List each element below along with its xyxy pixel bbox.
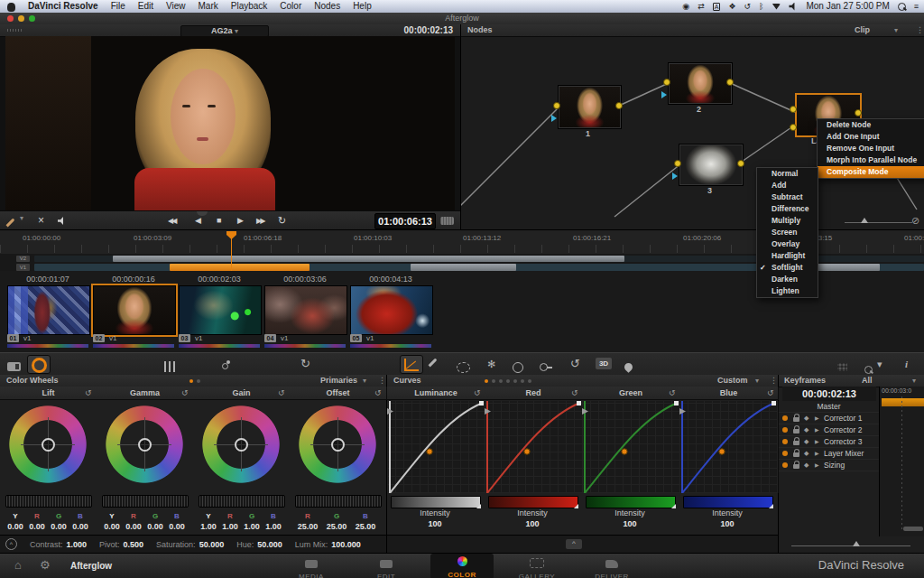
page-color-active[interactable]: COLOR <box>430 554 494 578</box>
channel-value[interactable]: 25.00 <box>294 522 321 531</box>
expand-arrow-icon[interactable]: ▶ <box>815 436 819 447</box>
nodes-zoom-slider[interactable] <box>845 222 912 223</box>
submenu-softlight-checked[interactable]: ✓ Softlight <box>757 262 818 274</box>
search-icon[interactable] <box>864 366 873 374</box>
nodes-mode-caret-icon[interactable]: ▾ <box>894 24 898 36</box>
clip-thumbnail-5[interactable] <box>350 285 433 335</box>
status-value[interactable]: 0.500 <box>124 540 144 549</box>
submenu-multiply[interactable]: Multiply <box>757 215 818 227</box>
intensity-value[interactable]: 100 <box>387 519 483 528</box>
home-icon[interactable]: ⌂ <box>14 558 22 572</box>
node-input-dot[interactable] <box>553 102 560 109</box>
menu-edit[interactable]: Edit <box>138 0 153 13</box>
enable-dot-icon[interactable] <box>782 439 788 444</box>
curves-mode-select[interactable]: Custom <box>717 375 748 387</box>
lift-master-wheel[interactable] <box>5 495 92 508</box>
gain-master-wheel[interactable] <box>199 495 285 508</box>
eye-status-icon[interactable]: ◉ <box>682 0 689 13</box>
menubar-clock[interactable]: Mon Jan 27 5:00 PM <box>806 0 889 13</box>
keyboard-icon[interactable] <box>440 217 454 225</box>
red-reset-icon[interactable]: ↺ <box>571 387 578 399</box>
wheels-mode-caret-icon[interactable]: ▾ <box>363 375 366 387</box>
lock-icon[interactable] <box>793 464 799 469</box>
enable-dot-icon[interactable] <box>782 462 788 468</box>
spotlight-search-icon[interactable] <box>898 3 906 11</box>
expand-arrow-icon[interactable]: ▶ <box>815 460 819 471</box>
settings-gear-icon[interactable]: ⚙ <box>40 558 51 572</box>
expand-arrow-icon[interactable]: ▶ <box>815 413 819 424</box>
lift-reset-icon[interactable]: ↺ <box>85 387 92 399</box>
wifi-icon[interactable] <box>772 4 781 10</box>
offset-reset-icon[interactable]: ↺ <box>374 387 382 399</box>
keyframe-row-corrector2[interactable]: ◆ ▶ Corrector 2 <box>779 424 879 436</box>
go-to-start-button[interactable]: ◀◀ <box>168 211 175 230</box>
submenu-difference[interactable]: Difference <box>757 203 818 215</box>
gamma-wheel-handle[interactable] <box>138 438 152 452</box>
node-key-input-icon[interactable] <box>661 91 667 98</box>
clip-thumbnail-4[interactable] <box>264 285 347 335</box>
stop-button[interactable]: ■ <box>217 211 221 230</box>
green-reset-icon[interactable]: ↺ <box>669 387 676 399</box>
wheels-options-icon[interactable]: ⋮ <box>378 375 386 387</box>
luminance-curve[interactable] <box>387 401 485 493</box>
red-curve[interactable] <box>485 401 583 493</box>
curves-mode-caret-icon[interactable]: ▾ <box>755 375 759 387</box>
track-v1-clip[interactable] <box>817 264 880 271</box>
node-1[interactable] <box>559 86 621 128</box>
node-input-dot[interactable] <box>790 124 797 131</box>
menu-add-one-input[interactable]: Add One Input <box>818 131 924 143</box>
keyframe-row-sizing[interactable]: ◆ ▶ Sizing <box>779 460 879 471</box>
clip-thumbnail-2-selected[interactable] <box>93 285 176 335</box>
keyframes-zoom-slider-thumb[interactable] <box>853 541 860 546</box>
keyframe-clip-bar[interactable] <box>882 398 924 406</box>
enable-dot-icon[interactable] <box>782 451 788 456</box>
effects-icon[interactable] <box>624 357 633 375</box>
channel-value[interactable]: 25.00 <box>352 522 379 531</box>
keyframe-diamond-icon[interactable]: ◆ <box>804 436 808 447</box>
page-edit[interactable]: EDIT <box>355 555 418 578</box>
green-intensity-slider[interactable] <box>586 496 676 508</box>
menu-playback[interactable]: Playback <box>231 0 268 13</box>
submenu-darken[interactable]: Darken <box>757 274 818 285</box>
gamma-reset-icon[interactable]: ↺ <box>181 387 189 399</box>
node-output-dot[interactable] <box>855 109 862 117</box>
grab-still-caret-icon[interactable]: ▾ <box>20 214 23 222</box>
node-editor-icon[interactable] <box>222 357 228 373</box>
submenu-screen[interactable]: Screen <box>757 227 818 238</box>
sizing-icon[interactable]: ↺ <box>570 357 580 371</box>
enable-dot-icon[interactable] <box>782 415 788 421</box>
blue-reset-icon[interactable]: ↺ <box>767 387 774 399</box>
submenu-overlay[interactable]: Overlay <box>757 238 818 250</box>
track-v1-clip[interactable] <box>411 264 516 271</box>
status-value[interactable]: 50.000 <box>199 540 225 549</box>
node-output-dot[interactable] <box>737 160 744 167</box>
menu-nodes[interactable]: Nodes <box>314 0 340 13</box>
keyframe-diamond-icon[interactable]: ◆ <box>804 460 808 471</box>
menu-composite-mode[interactable]: Composite Mode ▶ <box>818 166 924 178</box>
info-icon[interactable]: i <box>905 357 908 371</box>
notification-list-icon[interactable]: ≡ <box>914 0 919 13</box>
color-wheels-tab-active[interactable] <box>27 355 51 374</box>
keyframe-row-layer-mixer[interactable]: ◆ ▶ Layer Mixer <box>779 448 879 460</box>
keyframe-row-corrector1[interactable]: ◆ ▶ Corrector 1 <box>779 413 879 424</box>
status-value[interactable]: 100.000 <box>331 540 361 549</box>
collapse-curves-icon[interactable]: ^ <box>566 539 582 549</box>
offset-master-wheel[interactable] <box>295 495 382 508</box>
offset-wheel-handle[interactable] <box>331 438 345 452</box>
blue-curve[interactable] <box>679 401 779 493</box>
play-button[interactable]: ▶ <box>237 211 244 230</box>
volume-icon[interactable] <box>789 3 798 11</box>
gain-reset-icon[interactable]: ↺ <box>278 387 285 399</box>
camera-raw-icon[interactable] <box>7 357 21 375</box>
track-v1-selected-clip[interactable] <box>170 264 310 271</box>
enable-dot-icon[interactable] <box>782 427 788 433</box>
intensity-value[interactable]: 100 <box>485 519 580 528</box>
menu-remove-one-input[interactable]: Remove One Input <box>818 143 924 154</box>
keyframe-diamond-icon[interactable]: ◆ <box>804 413 808 424</box>
menu-mark[interactable]: Mark <box>199 0 218 13</box>
menu-view[interactable]: View <box>166 0 186 13</box>
drag-dots[interactable] <box>7 29 22 32</box>
play-reverse-button[interactable]: ◀ <box>195 211 201 230</box>
lock-icon[interactable] <box>793 452 799 457</box>
page-media[interactable]: MEDIA <box>280 555 343 578</box>
